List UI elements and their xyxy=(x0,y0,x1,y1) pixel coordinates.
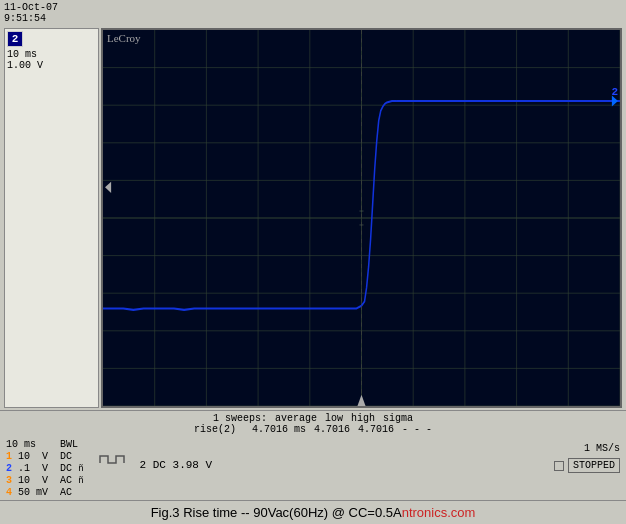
timestamp: 11-Oct-07 9:51:54 xyxy=(4,2,58,24)
grid-area: 2 xyxy=(103,30,620,406)
ch2-volt: .1 xyxy=(18,463,30,474)
lecroy-label: LeCroy xyxy=(107,32,141,44)
ch2-extra: ñ xyxy=(78,464,83,474)
ch2-dc-label: 2 DC 3.98 V xyxy=(140,459,213,471)
square-wave-icon xyxy=(98,453,126,465)
ch4-volt: 50 mV xyxy=(18,487,48,498)
caption-bar: Fig.3 Rise time -- 90Vac(60Hz) @ CC=0.5A… xyxy=(0,500,626,524)
low-label: low xyxy=(325,413,343,424)
average-label: average xyxy=(275,413,317,424)
ch2-dc-value: 2 DC 3.98 V xyxy=(140,459,213,471)
oscilloscope-display: 11-Oct-07 9:51:54 2 10 ms 1.00 V LeCroy xyxy=(0,0,626,524)
sigma-value: - - - xyxy=(402,424,432,435)
ch3-extra: ñ xyxy=(78,476,83,486)
ch4-coupling: AC xyxy=(60,487,72,498)
ch2-coupling: DC xyxy=(60,463,72,474)
ch2-number: 2 xyxy=(6,463,12,474)
right-status-panel: 1 MS/s STOPPED xyxy=(554,443,620,473)
ch1-unit: V xyxy=(42,451,48,462)
ch3-unit: V xyxy=(42,475,48,486)
status-indicator xyxy=(554,461,564,471)
bottom-timebase: 10 ms BWL xyxy=(6,439,84,450)
sigma-label: sigma xyxy=(383,413,413,424)
voltage-value: 1.00 V xyxy=(7,60,96,71)
timebase-value: 10 ms xyxy=(7,49,96,60)
stats-row-headers: 1 sweeps: average low high sigma xyxy=(8,413,618,424)
ch1-number: 1 xyxy=(6,451,12,462)
timebase-info: 10 ms 1.00 V xyxy=(7,49,96,71)
low-value: 4.7016 xyxy=(314,424,350,435)
ch3-volt: 10 xyxy=(18,475,30,486)
ch1-volt: 10 xyxy=(18,451,30,462)
ch4-number: 4 xyxy=(6,487,12,498)
sample-rate-label: 1 MS/s xyxy=(584,443,620,454)
sample-rate: 1 MS/s xyxy=(584,443,620,454)
ch1-row: 1 10 V DC xyxy=(6,451,84,462)
top-bar: 11-Oct-07 9:51:54 xyxy=(0,0,626,26)
scope-display: LeCroy xyxy=(101,28,622,408)
caption-text: Fig.3 Rise time -- 90Vac(60Hz) @ CC=0.5A xyxy=(151,505,402,520)
ch2-row: 2 .1 V DC ñ xyxy=(6,463,84,474)
ch1-coupling: DC xyxy=(60,451,72,462)
average-value: 4.7016 ms xyxy=(252,424,306,435)
stats-row-values: rise(2) 4.7016 ms 4.7016 4.7016 - - - xyxy=(8,424,618,435)
square-wave-section xyxy=(98,453,126,468)
stats-bar: 1 sweeps: average low high sigma rise(2)… xyxy=(0,410,626,437)
param-label: rise(2) xyxy=(194,424,236,435)
channel2-marker: 2 xyxy=(611,86,618,293)
ch3-number: 3 xyxy=(6,475,12,486)
timebase-label: 10 ms xyxy=(6,439,36,450)
ch3-row: 3 10 V AC ñ xyxy=(6,475,84,486)
channel-list: 10 ms BWL 1 10 V DC 2 .1 V DC ñ xyxy=(6,439,84,498)
ch3-coupling: AC xyxy=(60,475,72,486)
bottom-controls: 10 ms BWL 1 10 V DC 2 .1 V DC ñ xyxy=(0,437,626,500)
waveform-svg xyxy=(103,30,620,406)
brand-text: ntronics.com xyxy=(402,505,476,520)
high-value: 4.7016 xyxy=(358,424,394,435)
ch2-unit: V xyxy=(42,463,48,474)
channel-badge: 2 xyxy=(7,31,23,47)
high-label: high xyxy=(351,413,375,424)
status-badge: STOPPED xyxy=(568,458,620,473)
date-label: 11-Oct-07 xyxy=(4,2,58,13)
left-panel: 2 10 ms 1.00 V xyxy=(4,28,99,408)
bwl-label: BWL xyxy=(60,439,78,450)
sweeps-label: 1 sweeps: xyxy=(213,413,267,424)
time-label: 9:51:54 xyxy=(4,13,58,24)
status-row: STOPPED xyxy=(554,458,620,473)
scope-area: 2 10 ms 1.00 V LeCroy xyxy=(0,26,626,410)
ch4-row: 4 50 mV AC xyxy=(6,487,84,498)
